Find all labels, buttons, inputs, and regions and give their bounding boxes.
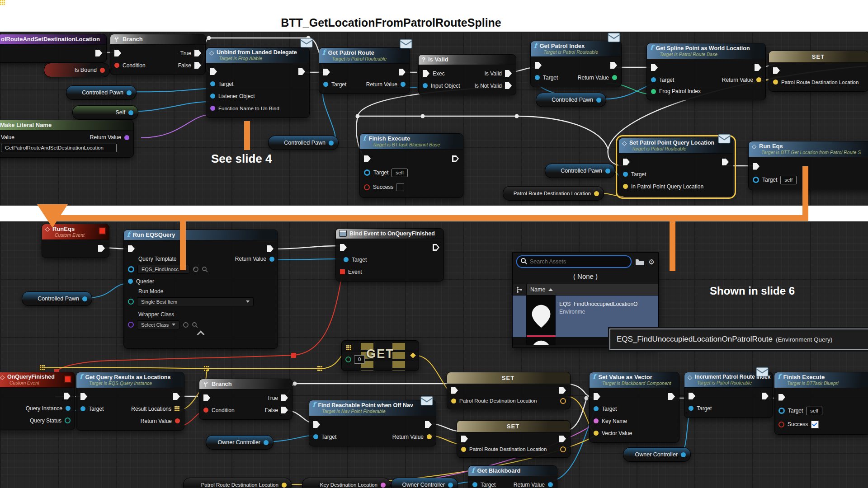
target-pin[interactable] (651, 77, 656, 82)
run-mode-dropdown[interactable]: Single Best Item (137, 297, 254, 306)
return-value-pin[interactable] (427, 434, 432, 439)
exec-in-pin[interactable] (210, 68, 217, 75)
node-runeqs-event[interactable]: ◇RunEqs Custom Event (42, 224, 109, 258)
asset-list-header[interactable]: Name (513, 284, 658, 296)
target-pin[interactable] (80, 406, 85, 411)
node-get-query-results[interactable]: fGet Query Results as Locations Target i… (76, 372, 184, 431)
target-self-value[interactable]: self (806, 407, 822, 415)
value-input[interactable]: GetPatrolRouteAndSetDestinationLocation (1, 144, 117, 152)
exec-in-pin[interactable] (423, 70, 429, 77)
value-out-pin[interactable] (560, 446, 566, 452)
target-pin[interactable] (472, 482, 477, 487)
exec-out-pin[interactable] (433, 244, 439, 251)
key-name-pin[interactable] (594, 418, 599, 423)
node-increment-patrol-route-index[interactable]: ◇Incrument Patrol Route Index Target is … (684, 372, 773, 418)
wrapper-class-pin[interactable] (128, 322, 134, 328)
value-in-pin[interactable] (451, 399, 456, 404)
exec-in-pin[interactable] (364, 155, 371, 162)
target-pin[interactable] (210, 81, 215, 86)
run-mode-pin[interactable] (128, 299, 134, 305)
value-in-pin[interactable] (461, 447, 466, 452)
target-pin[interactable] (689, 406, 693, 411)
exec-in-pin[interactable] (753, 163, 760, 170)
function-name-pin[interactable] (210, 106, 215, 111)
return-value-pin[interactable] (175, 418, 180, 423)
return-value-pin[interactable] (756, 77, 761, 82)
false-exec-pin[interactable] (281, 407, 288, 413)
pill-controlled-pawn-1[interactable]: Controlled Pawn (66, 85, 137, 100)
node-set-value-as-vector[interactable]: fSet Value as Vector Target is Blackboar… (589, 372, 679, 443)
delegate-pin[interactable] (99, 227, 106, 235)
exec-out-pin[interactable] (425, 421, 432, 428)
exec-out-pin[interactable] (267, 245, 274, 252)
collapse-chevron-icon[interactable] (197, 331, 205, 338)
exec-in-pin[interactable] (340, 244, 347, 251)
delegate-pin[interactable] (64, 375, 71, 383)
node-set-patrol-point-query-location[interactable]: ◇Set Patrol Point Query Location Target … (618, 138, 733, 196)
exec-in-pin[interactable] (114, 50, 121, 56)
bool-out-pin[interactable] (100, 68, 105, 73)
pill-owner-controller-1[interactable]: Owner Controller (206, 435, 274, 450)
exec-in-pin[interactable] (461, 436, 468, 442)
exec-in-pin[interactable] (535, 62, 542, 69)
pill-controlled-pawn-4[interactable]: Controlled Pawn (545, 164, 615, 178)
pill-owner-controller-bottom[interactable]: Owner Controller (391, 478, 458, 488)
true-exec-pin[interactable] (281, 394, 288, 401)
node-make-literal-name[interactable]: Make Literal Name ValueReturn Value GetP… (0, 120, 134, 158)
node-branch-1[interactable]: Branch True ConditionFalse (110, 34, 206, 75)
object-out-pin[interactable] (681, 452, 686, 457)
index-value[interactable]: 0 (354, 355, 365, 364)
return-value-pin[interactable] (612, 75, 617, 80)
success-pin[interactable] (778, 422, 784, 427)
exec-out-pin[interactable] (98, 245, 105, 252)
browse-icon[interactable] (202, 266, 208, 272)
value-out-pin[interactable] (560, 398, 566, 404)
true-exec-pin[interactable] (194, 50, 201, 56)
query-template-pin[interactable] (128, 266, 134, 272)
index-pin[interactable] (345, 357, 351, 362)
return-value-pin[interactable] (401, 82, 406, 87)
exec-out-pin[interactable] (64, 393, 71, 399)
exec-in-pin[interactable] (80, 393, 87, 400)
target-self-value[interactable]: self (780, 176, 797, 184)
pill-controlled-pawn-2[interactable]: Controlled Pawn (268, 136, 339, 150)
exec-out-pin[interactable] (298, 68, 305, 75)
exec-in-pin[interactable] (651, 64, 658, 71)
is-not-valid-exec-pin[interactable] (505, 82, 512, 89)
exec-out-pin[interactable] (173, 393, 180, 400)
node-finish-execute-1[interactable]: fFinish Execute Target is BTTask Bluepri… (359, 133, 463, 198)
return-value-pin[interactable] (548, 482, 553, 487)
object-out-pin[interactable] (264, 440, 269, 445)
exec-out-pin[interactable] (452, 155, 459, 162)
pill-key-destination-location[interactable]: Key Destination Location (302, 478, 391, 488)
key-out-pin[interactable] (381, 483, 386, 488)
exec-out-pin[interactable] (762, 393, 769, 399)
node-set-top[interactable]: SET Patrol Route Destination Location (769, 51, 868, 92)
object-out-pin[interactable] (329, 141, 334, 145)
node-set-destination-2[interactable]: SET Patrol Route Destination Location (457, 420, 571, 458)
pill-owner-controller-2[interactable]: Owner Controller (623, 447, 691, 462)
target-pin[interactable] (313, 434, 318, 439)
exec-out-pin[interactable] (610, 62, 617, 69)
pill-is-bound[interactable]: Is Bound (44, 63, 110, 77)
node-run-eqsquery[interactable]: fRun EQSQuery Query TemplateReturn Value… (123, 230, 278, 349)
vector-value-pin[interactable] (594, 431, 599, 436)
gear-icon[interactable]: ⚙ (648, 258, 655, 266)
return-value-pin[interactable] (124, 135, 129, 140)
listener-object-pin[interactable] (210, 94, 215, 99)
exec-out-pin[interactable] (559, 387, 566, 394)
query-location-pin[interactable] (623, 184, 628, 189)
node-set-destination-1[interactable]: SET Patrol Route Destination Location (447, 372, 571, 409)
node-find-reachable-point[interactable]: fFind Reachable Point when Off Nav Targe… (309, 400, 436, 446)
is-valid-exec-pin[interactable] (505, 70, 512, 77)
exec-out-pin[interactable] (95, 50, 102, 56)
node-patrol-route-event[interactable]: olRouteAndSetDestinationLocation (0, 34, 107, 63)
frog-patrol-index-pin[interactable] (651, 89, 656, 94)
target-pin[interactable] (623, 172, 628, 177)
target-pin[interactable] (344, 257, 349, 262)
query-status-pin[interactable] (65, 418, 71, 423)
node-bind-event[interactable]: Bind Event to OnQueryFinished Target Eve… (335, 228, 444, 282)
success-checkbox[interactable] (396, 183, 404, 191)
node-get-patrol-route[interactable]: fGet Patrol Route Target is Patrol Route… (319, 47, 410, 94)
pill-patrol-route-destination-top[interactable]: Patrol Route Destination Location (503, 186, 604, 201)
